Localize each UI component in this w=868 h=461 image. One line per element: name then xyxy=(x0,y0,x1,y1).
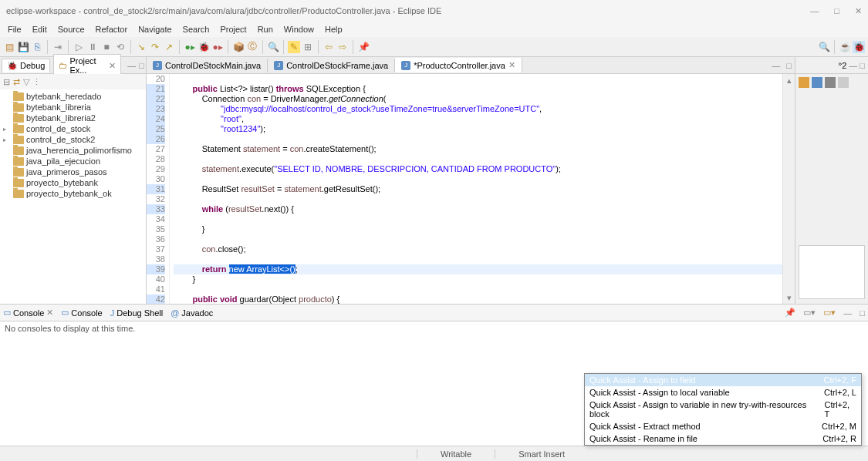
disconnect-icon[interactable]: ⟲ xyxy=(114,41,127,53)
minimize-icon[interactable]: — xyxy=(768,61,783,70)
editor-tab[interactable]: JControlDeStockFrame.java xyxy=(268,59,395,72)
quick-access-icon[interactable]: 🔍 xyxy=(818,41,830,53)
editor-scrollbar[interactable]: ▴ ▾ xyxy=(782,74,795,304)
search-icon[interactable]: 🔍 xyxy=(267,41,279,53)
pin-icon[interactable]: 📌 xyxy=(357,41,370,53)
filter-icon[interactable]: ▽ xyxy=(23,77,29,87)
display-console-icon[interactable]: ▭▾ xyxy=(803,308,816,318)
link-editor-icon[interactable]: ⇄ xyxy=(13,77,20,87)
run-icon[interactable]: ●▸ xyxy=(184,41,196,53)
close-icon[interactable]: ✕ xyxy=(855,6,862,16)
popup-item[interactable]: Quick Assist - Assign to local variableC… xyxy=(585,386,861,399)
tree-item: java_primeros_pasos xyxy=(2,167,144,177)
tab-javadoc[interactable]: @Javadoc xyxy=(171,308,213,318)
menu-refactor[interactable]: Refactor xyxy=(91,23,133,35)
popup-item[interactable]: Quick Assist - Extract methodCtrl+2, M xyxy=(585,420,861,432)
code-editor[interactable]: 2021222324252627282930313233343536373839… xyxy=(147,74,795,304)
project-tree[interactable]: bytebank_heredado bytebank_libreria byte… xyxy=(0,89,146,304)
toggle-block-icon[interactable]: ⊞ xyxy=(302,41,314,53)
quick-assist-popup[interactable]: Quick Assist - Assign to fieldCtrl+2, F … xyxy=(584,373,862,446)
menu-window[interactable]: Window xyxy=(279,23,319,35)
save-all-icon[interactable]: ⎘ xyxy=(31,41,43,53)
view-menu-icon[interactable]: ⋮ xyxy=(32,77,41,87)
maximize-icon[interactable]: □ xyxy=(834,6,839,16)
maximize-icon[interactable]: □ xyxy=(783,61,795,70)
step-into-icon[interactable]: ↘ xyxy=(135,41,147,53)
tree-item: ▸control_de_stock2 xyxy=(2,134,144,145)
code-content[interactable]: public List<?> listar() throws SQLExcept… xyxy=(170,74,782,304)
minimize-icon[interactable]: — xyxy=(843,308,852,318)
folder-icon xyxy=(13,157,24,166)
menu-navigate[interactable]: Navigate xyxy=(133,23,176,35)
editor-tabs: JControlDeStockMain.java JControlDeStock… xyxy=(147,57,795,74)
maximize-icon[interactable]: □ xyxy=(860,61,865,70)
minimize-icon[interactable]: — xyxy=(127,61,136,70)
editor-tab[interactable]: JControlDeStockMain.java xyxy=(147,59,268,72)
folder-icon xyxy=(13,93,24,101)
variables-icon[interactable] xyxy=(799,77,809,88)
status-insert: Smart Insert xyxy=(495,449,588,459)
maximize-icon[interactable]: □ xyxy=(860,308,865,318)
folder-icon: 🗀 xyxy=(59,61,67,70)
tree-item: ▸control_de_stock xyxy=(2,123,144,134)
coverage-icon[interactable]: ●▸ xyxy=(211,41,224,53)
collapse-all-icon[interactable]: ⊟ xyxy=(3,77,10,87)
outline-icon[interactable] xyxy=(838,77,849,88)
tab-debug-label: Debug xyxy=(20,61,45,70)
folder-icon xyxy=(13,103,24,112)
perspective-java-icon[interactable]: ☕ xyxy=(839,41,851,53)
minimize-icon[interactable]: — xyxy=(810,6,819,16)
tab-project-explorer[interactable]: 🗀 Project Ex... ✕ xyxy=(53,54,121,76)
tree-item: proyecto_bytebank_ok xyxy=(2,188,144,199)
project-explorer-toolbar: ⊟ ⇄ ▽ ⋮ xyxy=(0,74,146,89)
title-bar: eclipse-workspace - control_de_stock2/sr… xyxy=(0,0,868,22)
editor-tab-active[interactable]: J*ProductoController.java✕ xyxy=(395,58,522,72)
close-icon[interactable]: ✕ xyxy=(508,60,515,70)
pause-icon[interactable]: ⏸ xyxy=(86,41,99,53)
close-icon[interactable]: ✕ xyxy=(109,61,116,71)
back-icon[interactable]: ⇦ xyxy=(323,41,335,53)
folder-icon xyxy=(13,168,24,177)
perspective-debug-icon[interactable]: 🐞 xyxy=(853,41,865,53)
step-over-icon[interactable]: ↷ xyxy=(149,41,161,53)
tab-debug-shell[interactable]: JDebug Shell xyxy=(110,308,163,318)
new-class-icon[interactable]: Ⓒ xyxy=(246,41,258,53)
close-icon[interactable]: ✕ xyxy=(46,308,53,318)
tab-project-label: Project Ex... xyxy=(69,56,106,75)
popup-item[interactable]: Quick Assist - Rename in fileCtrl+2, R xyxy=(585,432,861,445)
minimize-icon[interactable]: — xyxy=(849,61,857,70)
new-package-icon[interactable]: 📦 xyxy=(232,41,245,53)
menu-edit[interactable]: Edit xyxy=(28,23,52,35)
menu-help[interactable]: Help xyxy=(320,23,347,35)
stop-icon[interactable]: ■ xyxy=(100,41,113,53)
tab-debug[interactable]: 🐞 Debug xyxy=(2,59,50,72)
menu-run[interactable]: Run xyxy=(253,23,278,35)
console-body: No consoles to display at this time. xyxy=(0,321,868,335)
debug-icon[interactable]: 🐞 xyxy=(198,41,210,53)
tree-item: bytebank_libreria2 xyxy=(2,113,144,123)
popup-item[interactable]: Quick Assist - Assign to variable in new… xyxy=(585,399,861,420)
folder-icon xyxy=(13,146,24,155)
debug-skip-icon[interactable]: ⇥ xyxy=(52,41,64,53)
popup-item[interactable]: Quick Assist - Assign to fieldCtrl+2, F xyxy=(585,374,861,386)
minimap[interactable] xyxy=(799,245,865,299)
open-console-icon[interactable]: ▭▾ xyxy=(823,308,836,318)
step-return-icon[interactable]: ↗ xyxy=(163,41,175,53)
menu-project[interactable]: Project xyxy=(215,23,251,35)
menu-source[interactable]: Source xyxy=(53,23,90,35)
resume-icon[interactable]: ▷ xyxy=(73,41,85,53)
expressions-icon[interactable] xyxy=(825,77,836,88)
menu-file[interactable]: File xyxy=(3,23,26,35)
new-icon[interactable]: ▤ xyxy=(3,41,15,53)
menu-search[interactable]: Search xyxy=(178,23,214,35)
java-file-icon: J xyxy=(401,61,410,70)
tab-console-2[interactable]: ▭Console xyxy=(61,308,102,318)
save-icon[interactable]: 💾 xyxy=(17,41,29,53)
breakpoints-icon[interactable] xyxy=(812,77,822,88)
main-toolbar: ▤ 💾 ⎘ ⇥ ▷ ⏸ ■ ⟲ ↘ ↷ ↗ ●▸ 🐞 ●▸ 📦 Ⓒ 🔍 ✎ ⊞ … xyxy=(0,37,868,57)
toggle-mark-icon[interactable]: ✎ xyxy=(288,41,300,53)
pin-console-icon[interactable]: 📌 xyxy=(785,308,795,318)
tab-console[interactable]: ▭Console✕ xyxy=(3,308,53,318)
maximize-icon[interactable]: □ xyxy=(139,61,144,70)
forward-icon[interactable]: ⇨ xyxy=(336,41,349,53)
